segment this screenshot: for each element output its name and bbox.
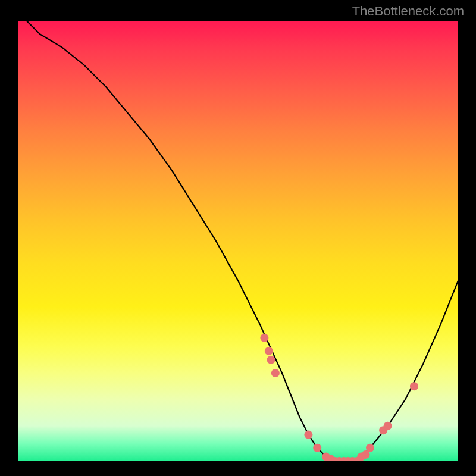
scatter-markers [260,334,418,461]
chart-svg [18,21,458,461]
marker-dot [304,431,312,439]
curve-line [27,21,458,461]
marker-dot [313,444,321,452]
marker-dot [267,356,275,364]
marker-dot [271,369,280,377]
marker-dot [410,382,418,390]
marker-dot [265,347,273,355]
marker-dot [260,334,268,342]
watermark-text: TheBottleneck.com [352,4,464,19]
chart-plot-area [18,21,458,461]
marker-dot [384,422,392,430]
marker-dot [366,444,374,452]
